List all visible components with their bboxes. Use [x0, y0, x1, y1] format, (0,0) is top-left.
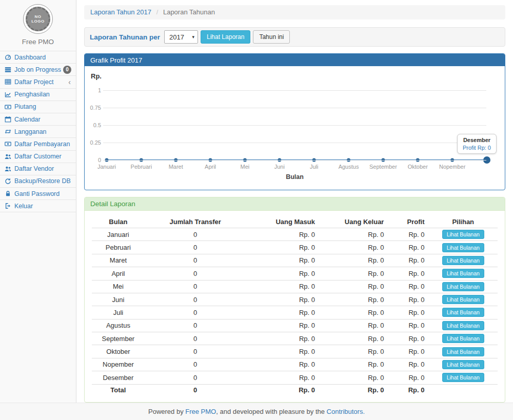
line-chart-icon — [4, 91, 11, 98]
lihat-bulanan-button[interactable]: Lihat Bulanan — [442, 360, 484, 369]
cell: Rp. 0 — [246, 280, 319, 293]
table-row: Juni0Rp. 0Rp. 0Rp. 0Lihat Bulanan — [92, 293, 498, 306]
cell: Nopember — [92, 358, 145, 371]
x-tick-label: Nopember — [435, 164, 470, 170]
lock-icon — [4, 190, 11, 197]
cell: Rp. 0 — [388, 345, 428, 358]
contributors-link[interactable]: Contributors. — [327, 408, 365, 415]
sidebar-item-label: Ganti Password — [14, 190, 60, 197]
total-row: Total0Rp. 0Rp. 0Rp. 0 — [92, 384, 498, 395]
lihat-bulanan-button[interactable]: Lihat Bulanan — [442, 308, 484, 317]
sidebar-item-penghasilan[interactable]: Penghasilan — [0, 89, 76, 101]
column-header: Bulan — [92, 216, 145, 228]
sidebar-item-daftar-project[interactable]: Daftar Project‹ — [0, 76, 76, 88]
cell: Rp. 0 — [319, 241, 388, 254]
cell: Rp. 0 — [246, 241, 319, 254]
cell: Rp. 0 — [388, 332, 428, 345]
sidebar-item-backup-restore-db[interactable]: Backup/Restore DB — [0, 175, 76, 188]
profit-chart: Rp. Desember Profit Rp: 0 Bulan 10.750.5… — [85, 66, 505, 190]
footer-text-prefix: Powered by — [148, 408, 185, 415]
breadcrumb-current: Laporan Tahunan — [163, 8, 215, 16]
cell: Rp. 0 — [319, 280, 388, 293]
sidebar-item-dashboard[interactable]: Dashboard — [0, 51, 76, 64]
table-icon — [4, 78, 11, 85]
lihat-bulanan-button[interactable]: Lihat Bulanan — [442, 282, 484, 291]
cell: April — [92, 267, 145, 280]
cell: Rp. 0 — [246, 293, 319, 306]
x-tick-label: Maret — [158, 164, 194, 170]
lihat-bulanan-button[interactable]: Lihat Bulanan — [442, 256, 484, 265]
tooltip-value: Profit Rp: 0 — [463, 145, 491, 151]
column-header: Pilihan — [429, 216, 498, 228]
lihat-bulanan-button[interactable]: Lihat Bulanan — [442, 334, 484, 343]
lihat-bulanan-button[interactable]: Lihat Bulanan — [442, 347, 484, 356]
cell: Pebruari — [92, 241, 145, 254]
tahun-ini-button[interactable]: Tahun ini — [253, 30, 290, 44]
cell: Rp. 0 — [388, 306, 428, 319]
cell: Januari — [92, 228, 145, 241]
action-cell: Lihat Bulanan — [429, 267, 498, 280]
sidebar-item-langganan[interactable]: Langganan — [0, 126, 76, 138]
detail-table: BulanJumlah TransferUang MasukUang Kelua… — [92, 216, 498, 395]
sidebar-item-daftar-customer[interactable]: Daftar Customer — [0, 151, 76, 163]
year-select-value: 2017 — [169, 33, 184, 41]
lihat-laporan-button[interactable]: Lihat Laporan — [201, 30, 250, 44]
sidebar-item-keluar[interactable]: Keluar — [0, 200, 76, 212]
sidebar-item-calendar[interactable]: Calendar — [0, 113, 76, 126]
sidebar-item-label: Piutang — [14, 103, 36, 110]
lihat-bulanan-button[interactable]: Lihat Bulanan — [442, 269, 484, 278]
cell: 0 — [145, 293, 246, 306]
cell: Rp. 0 — [388, 228, 428, 241]
year-select[interactable]: 2017 ▾ — [164, 30, 198, 44]
filter-bar: Laporan Tahunan per 2017 ▾ Lihat Laporan… — [84, 27, 505, 47]
lihat-bulanan-button[interactable]: Lihat Bulanan — [442, 373, 484, 382]
action-cell: Lihat Bulanan — [429, 241, 498, 254]
sidebar-item-label: Dashboard — [14, 54, 46, 61]
x-tick-label: September — [365, 164, 401, 170]
free-pmo-link[interactable]: Free PMO — [185, 408, 216, 415]
lihat-bulanan-button[interactable]: Lihat Bulanan — [442, 295, 484, 304]
chevron-left-icon: ‹ — [68, 79, 71, 85]
action-cell: Lihat Bulanan — [429, 228, 498, 241]
sidebar-item-label: Daftar Pembayaran — [14, 141, 70, 148]
cell: Rp. 0 — [246, 345, 319, 358]
cell: Rp. 0 — [246, 332, 319, 345]
cell: Total — [92, 384, 145, 395]
cell: Agustus — [92, 319, 145, 332]
cell: 0 — [145, 371, 246, 384]
sidebar-item-label: Calendar — [14, 116, 41, 123]
x-tick-label: Januari — [89, 164, 125, 170]
sidebar-item-job-on-progress[interactable]: Job on Progress0 — [0, 64, 76, 76]
users-icon — [4, 166, 11, 172]
sidebar-item-label: Backup/Restore DB — [14, 177, 71, 185]
action-cell: Lihat Bulanan — [429, 254, 498, 267]
sidebar-item-ganti-password[interactable]: Ganti Password — [0, 188, 76, 200]
retweet-icon — [4, 128, 11, 135]
x-tick-label: April — [192, 164, 228, 170]
lihat-bulanan-button[interactable]: Lihat Bulanan — [442, 230, 484, 239]
logo-text-line1: NO — [35, 14, 42, 19]
breadcrumb-link-laporan-tahun[interactable]: Laporan Tahun 2017 — [90, 8, 151, 16]
sidebar-item-daftar-pembayaran[interactable]: Daftar Pembayaran — [0, 138, 76, 150]
cell: 0 — [145, 306, 246, 319]
sidebar-item-label: Keluar — [14, 203, 33, 210]
table-row: Maret0Rp. 0Rp. 0Rp. 0Lihat Bulanan — [92, 254, 498, 267]
sidebar-item-piutang[interactable]: Piutang — [0, 101, 76, 113]
cell: Rp. 0 — [246, 384, 319, 395]
lihat-bulanan-button[interactable]: Lihat Bulanan — [442, 321, 484, 330]
sidebar-item-daftar-vendor[interactable]: Daftar Vendor — [0, 163, 76, 175]
table-row: Mei0Rp. 0Rp. 0Rp. 0Lihat Bulanan — [92, 280, 498, 293]
breadcrumb-separator: / — [156, 8, 159, 16]
sidebar: NO LOGO Free PMO DashboardJob on Progres… — [0, 0, 76, 403]
cell: 0 — [145, 280, 246, 293]
x-tick-label: Pebruari — [123, 164, 159, 170]
action-cell: Lihat Bulanan — [429, 332, 498, 345]
lihat-bulanan-button[interactable]: Lihat Bulanan — [442, 243, 484, 252]
action-cell: Lihat Bulanan — [429, 371, 498, 384]
y-tick-label: 1 — [85, 87, 101, 93]
money-icon — [4, 141, 11, 147]
table-row: September0Rp. 0Rp. 0Rp. 0Lihat Bulanan — [92, 332, 498, 345]
detail-panel-body: BulanJumlah TransferUang MasukUang Kelua… — [85, 211, 505, 402]
tooltip-title: Desember — [463, 137, 491, 143]
cell: Rp. 0 — [246, 371, 319, 384]
